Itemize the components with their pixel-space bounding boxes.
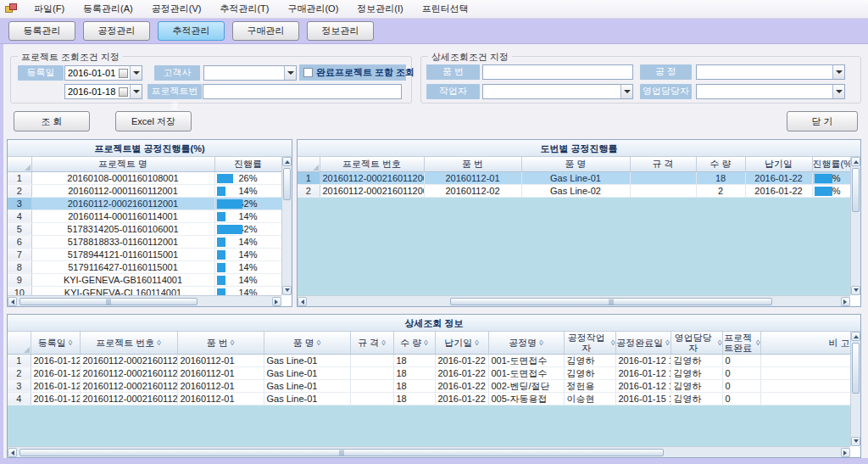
search-button[interactable]: 조 회	[14, 111, 90, 131]
scroll-right-button[interactable]	[841, 448, 850, 457]
column-header[interactable]: 납기일◊	[435, 332, 488, 354]
scroll-up-button[interactable]	[282, 157, 292, 166]
worker-combobox[interactable]	[482, 84, 633, 99]
scroll-thumb[interactable]	[852, 343, 860, 394]
menu-item[interactable]: 파일(F)	[25, 0, 74, 19]
close-button[interactable]: 닫 기	[787, 111, 858, 131]
column-header[interactable]: 프로젝트완료◊	[722, 332, 760, 354]
date-from-input[interactable]	[65, 68, 119, 78]
detail-cell: 18	[393, 354, 435, 366]
drawing-progress-grid: 도번별 공정진행률 프로젝트 번호품 번품 명규 격수 량납기일진행률(%) 1…	[297, 139, 861, 307]
menu-item[interactable]: 프린터선택	[413, 0, 478, 19]
scroll-thumb[interactable]	[19, 449, 664, 456]
process-dropdown-button[interactable]	[832, 65, 844, 79]
scroll-left-button[interactable]	[8, 297, 17, 306]
menu-item[interactable]: 구매관리(O)	[278, 0, 348, 19]
worker-input[interactable]	[483, 87, 620, 97]
horizontal-scrollbar[interactable]	[298, 295, 850, 306]
table-row[interactable]: 120160108-000116010800126%	[8, 171, 281, 184]
table-row[interactable]: 420160114-000116011400114%	[8, 210, 281, 222]
toolbar-button[interactable]: 추적관리	[158, 21, 225, 41]
scroll-down-button[interactable]	[851, 286, 860, 295]
column-header[interactable]: 공정작업자◊	[564, 332, 615, 354]
date-from-dropdown-button[interactable]	[130, 66, 142, 80]
column-header[interactable]: 영업담당자◊	[670, 332, 722, 354]
horizontal-scrollbar[interactable]	[8, 446, 850, 457]
table-row[interactable]: 65178818833-0116011200114%	[8, 235, 281, 248]
table-row[interactable]: 220160112-000116011200114%	[8, 184, 281, 197]
process-input[interactable]	[697, 67, 832, 77]
column-header: 납기일	[745, 157, 812, 171]
scroll-right-button[interactable]	[841, 297, 850, 306]
scroll-down-button[interactable]	[851, 437, 860, 446]
scroll-left-button[interactable]	[8, 448, 17, 457]
item-no-input[interactable]	[483, 67, 632, 77]
scroll-thumb[interactable]	[283, 168, 291, 200]
table-row[interactable]: 75178944121-0116011500114%	[8, 248, 281, 260]
table-row[interactable]: 320160112-000216011200142%	[8, 197, 281, 210]
table-row[interactable]: 120160112-000216011200120160112-01Gas Li…	[298, 171, 850, 184]
progress-bar	[217, 276, 225, 285]
scroll-thumb[interactable]	[450, 298, 772, 305]
project-no-field[interactable]	[203, 84, 402, 99]
sales-combobox[interactable]	[696, 84, 845, 99]
item-no-field[interactable]	[482, 64, 633, 80]
horizontal-scrollbar[interactable]	[8, 295, 281, 306]
date-to-input[interactable]	[65, 87, 119, 97]
table-row[interactable]: 22016-01-1220160112-00021601120012016011…	[8, 366, 850, 379]
scroll-left-button[interactable]	[298, 297, 307, 306]
table-row[interactable]: 12016-01-1220160112-00021601120012016011…	[8, 354, 850, 366]
menu-item[interactable]: 등록관리(A)	[74, 0, 142, 19]
column-header[interactable]: 수 량◊	[393, 332, 435, 354]
scroll-thumb[interactable]	[19, 298, 198, 305]
include-done-checkbox[interactable]	[303, 68, 313, 77]
toolbar-button[interactable]: 구매관리	[232, 21, 299, 41]
menu-item[interactable]: 추적관리(T)	[210, 0, 278, 19]
date-from-field[interactable]	[64, 65, 142, 81]
row-number-cell: 3	[8, 197, 31, 210]
customer-input[interactable]	[204, 68, 284, 78]
table-row[interactable]: 10KYI-GENEVA-CL16011400114%	[8, 286, 281, 295]
table-row[interactable]: 9KYI-GENEVA-GB16011400114%	[8, 273, 281, 286]
vertical-scrollbar[interactable]	[850, 332, 860, 446]
table-row[interactable]: 32016-01-1220160112-00021601120012016011…	[8, 379, 850, 392]
scroll-thumb[interactable]	[852, 168, 860, 212]
scroll-up-button[interactable]	[851, 157, 860, 166]
progress-bar	[217, 250, 225, 260]
date-to-dropdown-button[interactable]	[130, 85, 142, 98]
date-to-field[interactable]	[64, 84, 142, 99]
customer-combobox[interactable]	[203, 65, 297, 81]
detail-cell: 김영하	[564, 354, 615, 366]
column-header[interactable]: 품 번◊	[177, 332, 264, 354]
column-header[interactable]: 규 격◊	[350, 332, 393, 354]
process-combobox[interactable]	[696, 64, 845, 80]
sales-dropdown-button[interactable]	[832, 85, 844, 98]
include-done-checkbox-wrap[interactable]: 완료프로젝트 포함 조회	[299, 64, 406, 81]
menu-item[interactable]: 공정관리(V)	[142, 0, 211, 19]
column-header[interactable]: 등록일◊	[31, 332, 80, 354]
project-no-input[interactable]	[203, 87, 401, 97]
column-header[interactable]: 공정완료일◊	[615, 332, 670, 354]
scroll-right-button[interactable]	[272, 297, 281, 306]
worker-dropdown-button[interactable]	[620, 85, 632, 98]
toolbar-button[interactable]: 정보관리	[307, 21, 374, 41]
column-header[interactable]: 품 명◊	[264, 332, 350, 354]
column-header[interactable]: 프로젝트 번호◊	[80, 332, 177, 354]
table-row[interactable]: 42016-01-1220160112-00021601120012016011…	[8, 392, 850, 405]
excel-save-button[interactable]: Excel 저장	[115, 111, 192, 131]
toolbar-button[interactable]: 공정관리	[83, 21, 150, 41]
toolbar-button[interactable]: 등록관리	[8, 21, 75, 41]
table-row[interactable]: 85179116427-0116011500114%	[8, 260, 281, 273]
sales-input[interactable]	[697, 87, 832, 97]
table-row[interactable]: 220160112-000216011200120160112-02Gas Li…	[298, 184, 850, 197]
column-header-label: 공정명	[509, 338, 537, 348]
column-header[interactable]: 공정명◊	[488, 332, 564, 354]
vertical-scrollbar[interactable]	[281, 157, 292, 295]
menu-item[interactable]: 정보관리(I)	[348, 0, 412, 19]
table-row[interactable]: 55178314205-0116010600142%	[8, 222, 281, 235]
customer-dropdown-button[interactable]	[284, 66, 296, 80]
scroll-up-button[interactable]	[851, 332, 860, 341]
detail-cell: 20160112-01	[177, 379, 264, 392]
vertical-scrollbar[interactable]	[850, 157, 860, 295]
scroll-down-button[interactable]	[282, 286, 292, 295]
